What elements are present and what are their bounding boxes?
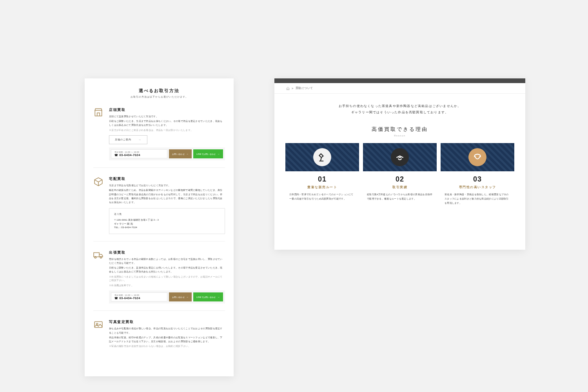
store-info-button[interactable]: 店舗のご案内 bbox=[109, 135, 147, 144]
method-photo: 写真査定買取持ち込みや宅配便の発送が難しい場合、作品の写真をお送りいただくことで… bbox=[93, 310, 225, 355]
contact-row: 受付時間：11:00 〜 19:0003-6434-7024お問い合わせLINE… bbox=[109, 290, 225, 303]
card-number: 01 bbox=[285, 175, 359, 183]
card-icon bbox=[391, 148, 409, 166]
method-note: ※写真の撮影方法や送信方法がわからない場合は、お気軽に相談下さい。 bbox=[109, 345, 225, 348]
card-number: 02 bbox=[363, 175, 437, 183]
reason-card-1: 01豊富な販売ルート日本国内・世界で行われているすべてのオークションにて一番の高… bbox=[285, 143, 359, 211]
right-panel: > 買取について お手持ちの使わなくなった茶道具や新作陶器など美術品はございませ… bbox=[274, 78, 525, 250]
box-icon bbox=[93, 176, 103, 187]
contact-row: 受付時間：11:00 〜 19:0003-6434-7024お問い合わせLINE… bbox=[109, 147, 225, 160]
card-text: 茶道具・新作陶器・美術品を熟知した、経験豊富なプロのスタッフによる目利きと魅力的… bbox=[441, 189, 514, 211]
card-heading: 専門性の高いスタッフ bbox=[441, 185, 514, 189]
method-heading: 出張買取 bbox=[109, 250, 225, 255]
contact-button[interactable]: お問い合わせ bbox=[169, 149, 192, 158]
line-contact-button[interactable]: LINEでお問い合わせ bbox=[193, 292, 223, 301]
method-truck: 出張買取売却を検討されている作品の種類や点数によっては、お客様のご自宅まで直接お… bbox=[93, 241, 225, 311]
svg-point-1 bbox=[96, 323, 98, 325]
card-image bbox=[285, 143, 359, 171]
contact-button[interactable]: お問い合わせ bbox=[169, 292, 192, 301]
phone-box[interactable]: 受付時間：11:00 〜 19:0003-6434-7024 bbox=[111, 149, 167, 158]
card-icon bbox=[313, 148, 331, 166]
section-title: 高価買取できる理由 bbox=[274, 126, 525, 133]
reason-cards: 01豊富な販売ルート日本国内・世界で行われているすべてのオークションにて一番の高… bbox=[274, 137, 525, 220]
method-heading: 宅配買取 bbox=[109, 176, 225, 181]
card-heading: 取引実績 bbox=[363, 185, 437, 189]
method-store: 店頭買取店頭にて直接買取させていただく方法です。日程をご調整いただき、当店まで作… bbox=[93, 107, 225, 167]
method-note: ※出張買取につきましてはお住まいの地域によって難しい場合もございますので、お電話… bbox=[109, 275, 225, 283]
method-box: 宅配買取当店まで作品を宅急便などでお送りいただく方法です。輸送中の破損を防ぐため… bbox=[93, 167, 225, 241]
left-panel: 選べるお取引方法 お取引の方法は以下からお選びいただけます。 店頭買取店頭にて直… bbox=[85, 78, 234, 376]
truck-icon bbox=[93, 250, 103, 260]
photo-icon bbox=[93, 319, 103, 330]
browser-chrome bbox=[274, 78, 525, 83]
method-desc: 作品本体の写真、箱印や箱底のアップ、共箱の箱書や書付のお写真をスマートフォンなど… bbox=[109, 336, 225, 343]
method-desc: 日程をご調整いただき、直接作品を査定にお伺いいたします。その場で作品を査定させて… bbox=[109, 266, 225, 274]
methods-subtitle: お取引の方法は以下からお選びいただけます。 bbox=[93, 95, 225, 99]
address-box: 送り先〒135-0091 東京都港区台場１丁目３−３ギャラリー 閑 宛TEL：0… bbox=[109, 208, 225, 234]
method-desc: 日程をご調整いただき、当店まで作品をお持ちください。その場で作品を査定させていた… bbox=[109, 119, 225, 127]
breadcrumb-label[interactable]: 買取について bbox=[296, 86, 313, 90]
card-text: 総取引数4万件超えのノウハウからお客様の美術品を好条件で販売できる、最適なルート… bbox=[363, 189, 437, 207]
breadcrumb: > 買取について bbox=[274, 83, 525, 94]
method-note: ※出張費は無料です。 bbox=[109, 284, 225, 288]
method-heading: 店頭買取 bbox=[109, 107, 225, 113]
svg-rect-0 bbox=[94, 322, 102, 328]
card-image bbox=[441, 143, 514, 171]
card-heading: 豊富な販売ルート bbox=[285, 185, 359, 189]
phone-box[interactable]: 受付時間：11:00 〜 19:0003-6434-7024 bbox=[111, 292, 167, 301]
method-desc: 当店まで作品を宅急便などでお送りいただく方法です。 bbox=[109, 183, 225, 187]
reason-card-3: 03専門性の高いスタッフ茶道具・新作陶器・美術品を熟知した、経験豊富なプロのスタ… bbox=[441, 143, 514, 211]
method-desc: 持ち込みや宅配便の発送が難しい場合、作品の写真をお送りいただくことでおおよその買… bbox=[109, 327, 225, 334]
method-heading: 写真査定買取 bbox=[109, 319, 225, 325]
store-icon bbox=[93, 107, 103, 118]
home-icon bbox=[286, 87, 290, 90]
card-image bbox=[363, 143, 437, 171]
method-desc: 店頭にて直接買取させていただく方法です。 bbox=[109, 114, 225, 118]
intro-text: お手持ちの使わなくなった茶道具や新作陶器など美術品はございませんか。 ギャラリー… bbox=[274, 94, 525, 123]
reason-card-2: 02取引実績総取引数4万件超えのノウハウからお客様の美術品を好条件で販売できる、… bbox=[363, 143, 437, 211]
method-note: ※店主が不在の日にご来店される場合は、作品を一旦お預かりいたします。 bbox=[109, 129, 225, 132]
line-contact-button[interactable]: LINEでお問い合わせ bbox=[193, 149, 223, 158]
card-text: 日本国内・世界で行われているすべてのオークションにて一番の高値で取引を行うため高… bbox=[285, 189, 359, 207]
method-desc: 輸送中の破損を防ぐため、作品を新聞紙やエアパッキンなどの梱包材で確実に梱包してい… bbox=[109, 188, 225, 204]
methods-title: 選べるお取引方法 bbox=[93, 88, 225, 94]
card-icon bbox=[468, 148, 486, 166]
method-desc: 売却を検討されている作品の種類や点数によっては、お客様のご自宅まで直接お伺いし、… bbox=[109, 257, 225, 265]
card-number: 03 bbox=[441, 175, 514, 183]
